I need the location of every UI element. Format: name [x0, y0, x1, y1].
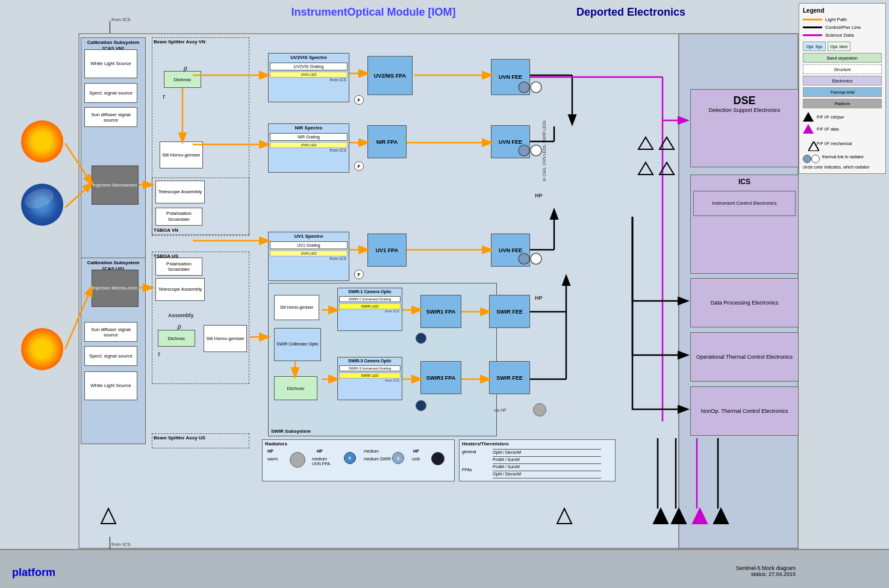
platform-label: platform — [12, 566, 55, 579]
pol-scr-us: Polarisation Scrambler — [155, 258, 202, 276]
legend-thermal: Thermal H/W — [803, 87, 882, 97]
cold-radiator-circle — [431, 452, 444, 465]
uvn-fee-1: UVN FEE — [491, 59, 530, 95]
rho-symbol-us: ρ — [178, 323, 181, 330]
rho-symbol: ρ — [184, 65, 187, 72]
legend-thermal-note: circle color indicates, which radiator — [803, 165, 882, 170]
f-circle-uv1: F — [354, 270, 364, 279]
uv1-box: UV1 Spectro UV1 Grating UVN LED from ICS — [268, 232, 349, 281]
radiator-warm-circle — [290, 452, 305, 468]
ice-box: Instrument Control Electronics — [693, 191, 796, 216]
telescope-us: Telescope Assembly — [155, 278, 205, 301]
swir3-cam-title: SWIR-3 Camera Optic — [338, 357, 402, 364]
legend-thermal-gray-circle — [803, 155, 811, 163]
f-circle-uv2vis: F — [354, 95, 364, 105]
uvn-led-nir: UVN LED — [270, 142, 348, 148]
uv2vis-title: UV2VIS Spectro — [269, 54, 349, 61]
beam-us-title: Beam Splitter Assy US — [152, 434, 249, 442]
from-ics-nir: from ICS — [269, 148, 349, 152]
uv2vis-box: UV2VIS Spectro UV2VIS Grating UVN LED fr… — [268, 53, 349, 102]
legend-magenta-line — [803, 34, 822, 36]
legend-light-path: Light Path — [803, 17, 882, 22]
dse-box: DSE Detection Support Electronics — [690, 89, 799, 167]
swir3-cam: SWIR-3 Camera Optic SWIR-3 Immersed Grat… — [337, 357, 402, 400]
from-ics-bottom: from ICS — [111, 542, 131, 547]
legend-title: Legend — [803, 7, 882, 14]
hp-cold: HP — [413, 449, 419, 453]
beam-vn-title: Beam Splitter Assy VN — [152, 38, 249, 46]
f-circle-nir: F — [354, 161, 364, 171]
nir-fpa: NIR FPA — [367, 125, 407, 158]
dse-title: DSE — [696, 94, 793, 107]
triangle-black — [803, 112, 814, 122]
fpas-label: FPAs — [462, 468, 472, 472]
f-radiator: F — [344, 452, 356, 464]
sun-diffuser-vn: Sun diffuser signal source — [84, 107, 137, 127]
dichroic-vn: Dichroic — [164, 71, 201, 88]
uv2ms-fpa: UV2/MS FPA — [367, 56, 413, 95]
spect-signal-vn: Spect. signal source — [84, 83, 137, 103]
spect-signal-us: Spect. signal source — [84, 346, 137, 366]
legend-opt-row: Opt. Sys Opt. Item — [803, 42, 882, 51]
opm-deconm-1: OpM / DeconM — [493, 449, 601, 454]
swir1-fpa: SWIR1 FPA — [420, 295, 461, 328]
dse-subtitle: Detection Support Electronics — [696, 107, 793, 113]
uvn-fee-3: UVN FEE — [491, 234, 530, 267]
uv1-grating: UV1 Grating — [270, 241, 348, 249]
cold-label: cold — [412, 457, 420, 461]
legend-platform: Platform — [803, 99, 882, 108]
op-thermal-box: Operational Thermal Control Electronics — [690, 332, 799, 382]
protm-survm-1: ProtM / SurvM — [493, 456, 601, 462]
vertical-text-cas: to CAS, UVN LEDs, SWIR LEDs — [542, 120, 546, 181]
tau-symbol-us: τ — [158, 351, 160, 357]
uvn-led-uv1: UVN LED — [270, 250, 348, 256]
tau-symbol-vn: τ — [163, 93, 165, 100]
nir-box: NIR Spectro NIR Grating UVN LED from ICS — [268, 123, 349, 173]
dichroic-us: Dichroic — [158, 330, 195, 347]
hp-label-2: HP — [535, 295, 543, 301]
legend-pf-mech: P/F I/F mechanical — [803, 136, 882, 151]
legend-pf-data: P/F I/F data — [803, 124, 882, 134]
slit-homo-swir: Slit Homo-geniser — [274, 295, 319, 320]
pol-scr-vn: Polarisation Scrambler — [155, 208, 202, 226]
triangle-outline-svg — [808, 141, 819, 151]
slit-homo-us: Slit Homo-geniser — [204, 325, 247, 352]
opm-deconm-2: OpM / DeconM — [493, 471, 601, 476]
dse-content: DSE Detection Support Electronics — [691, 90, 798, 118]
uv2vis-grating: UV2VIS Grating — [270, 63, 348, 70]
swir1-cam: SWIR-1 Camera Optic SWIR-1 Immersed Grat… — [337, 288, 402, 331]
heaters-box: Heaters/Thermistors general FPAs OpM / D… — [459, 439, 616, 481]
svg-marker-0 — [808, 141, 819, 151]
white-light-us: White Light Source — [84, 371, 137, 400]
from-ics-uv1: from ICS — [269, 256, 349, 261]
uv1-title: UV1 Spectro — [269, 232, 349, 240]
via-hp-circle — [533, 403, 546, 416]
nir-grating: NIR Grating — [270, 133, 348, 141]
white-light-vn: White Light Source — [84, 49, 137, 78]
protm-survm-2: ProtM / SurvM — [493, 463, 601, 469]
dp-box: Data Processing Electronics — [690, 278, 799, 327]
legend-opt-item-box: Opt. Item — [828, 42, 850, 51]
swir-led-1: SWIR LED — [339, 303, 401, 309]
hp-uvn: HP — [317, 449, 323, 453]
legend-opt-sys-box: Opt. Sys — [803, 42, 826, 51]
legend-thermal-link: thermal link to radiator — [803, 155, 882, 163]
iom-title: InstrumentOptical Module [IOM] — [259, 6, 488, 19]
legend-electronics: Electronics — [803, 76, 882, 85]
dark-circle-swir3 — [416, 400, 426, 411]
assembly-label: Assembly — [168, 312, 194, 318]
from-ics-swir3: from ICS — [338, 379, 402, 382]
swir-label: medium SWIR — [364, 457, 391, 461]
uvn-fee-2: UVN FEE — [491, 125, 530, 158]
legend-science: Science Data — [803, 32, 882, 38]
radiators-box: Radiators HP warm HP mediumUVN FPA F med… — [262, 439, 455, 481]
medium-swir-label: medium — [364, 449, 379, 453]
inj-mech-us: Injection Mecha-nism — [92, 270, 139, 307]
triangle-pink — [803, 124, 814, 134]
legend-thermal-white-circle — [811, 155, 820, 163]
dichroic-swir: Dichroic — [274, 376, 317, 400]
nonop-thermal-box: NonOp. Thermal Control Electronics — [690, 386, 799, 436]
radiators-title: Radiators — [265, 441, 287, 447]
legend-structure: Structure — [803, 64, 882, 74]
slit-homo-vn: Slit Homo-geniser — [160, 141, 203, 169]
